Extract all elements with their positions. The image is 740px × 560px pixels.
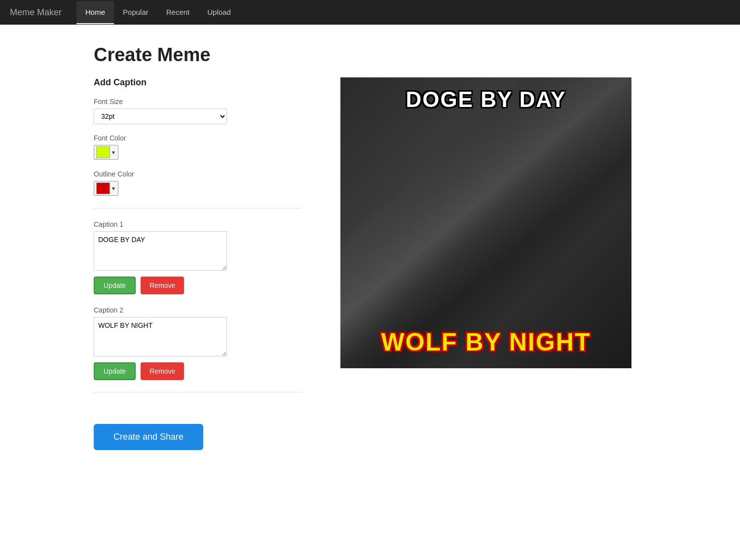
nav-link-upload[interactable]: Upload [198, 1, 240, 24]
outline-color-arrow-icon: ▼ [111, 186, 116, 191]
caption2-input[interactable]: WOLF BY NIGHT [94, 317, 227, 356]
caption2-group: Caption 2 WOLF BY NIGHT Update Remove [94, 306, 301, 380]
caption2-label: Caption 2 [94, 306, 301, 314]
left-panel: Add Caption Font Size 16pt 20pt 24pt 28p… [94, 77, 301, 450]
font-size-select[interactable]: 16pt 20pt 24pt 28pt 32pt 36pt 40pt 48pt [94, 108, 227, 124]
meme-caption-bottom: WOLF BY NIGHT [340, 328, 631, 356]
font-color-group: Font Color ▼ [94, 134, 301, 160]
nav-link-recent[interactable]: Recent [157, 1, 199, 24]
divider2 [94, 392, 301, 392]
meme-preview: DOGE BY DAY WOLF BY NIGHT [340, 77, 631, 368]
font-color-label: Font Color [94, 134, 301, 142]
wolf-streak [340, 77, 631, 368]
section-title: Add Caption [94, 77, 301, 88]
main-content: Create Meme Add Caption Font Size 16pt 2… [74, 25, 666, 470]
nav-links: Home Popular Recent Upload [76, 1, 240, 24]
caption2-remove-button[interactable]: Remove [141, 362, 184, 380]
caption1-group: Caption 1 DOGE BY DAY Update Remove [94, 220, 301, 294]
font-color-arrow-icon: ▼ [111, 150, 116, 155]
caption1-label: Caption 1 [94, 220, 301, 228]
navbar: Meme Maker Home Popular Recent Upload [0, 0, 740, 25]
outline-color-group: Outline Color ▼ [94, 170, 301, 196]
meme-caption-top: DOGE BY DAY [340, 87, 631, 112]
nav-link-home[interactable]: Home [76, 1, 114, 24]
caption2-buttons: Update Remove [94, 362, 301, 380]
caption2-update-button[interactable]: Update [94, 362, 136, 380]
font-size-label: Font Size [94, 98, 301, 105]
nav-link-popular[interactable]: Popular [114, 1, 157, 24]
caption1-update-button[interactable]: Update [94, 277, 136, 294]
page-title: Create Meme [94, 44, 646, 66]
create-share-button[interactable]: Create and Share [94, 424, 203, 450]
caption1-remove-button[interactable]: Remove [141, 277, 184, 294]
outline-color-picker[interactable]: ▼ [94, 181, 118, 196]
caption1-buttons: Update Remove [94, 277, 301, 294]
layout: Add Caption Font Size 16pt 20pt 24pt 28p… [94, 77, 646, 450]
outline-color-label: Outline Color [94, 170, 301, 178]
outline-color-swatch [96, 182, 110, 194]
divider [94, 208, 301, 209]
font-size-group: Font Size 16pt 20pt 24pt 28pt 32pt 36pt … [94, 98, 301, 124]
font-color-picker[interactable]: ▼ [94, 145, 118, 160]
font-color-swatch [96, 146, 110, 158]
caption1-input[interactable]: DOGE BY DAY [94, 231, 227, 271]
app-brand: Meme Maker [10, 7, 62, 18]
